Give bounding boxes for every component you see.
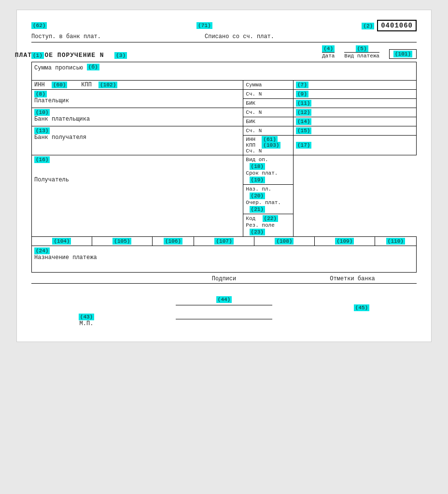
- bik-label-2: БИК: [243, 117, 294, 126]
- vid-platezha-label: Вид платежа: [344, 52, 379, 59]
- field-2-group: (2) 0401060: [362, 20, 417, 31]
- field-16-cell: (16) Получатель: [32, 155, 243, 237]
- field-103-value: (103): [262, 142, 280, 149]
- field-71: (71): [196, 22, 212, 29]
- field-11-cell: (11): [293, 99, 416, 108]
- field-106-cell: (106): [153, 237, 194, 246]
- field-20-value: (20): [250, 192, 265, 199]
- sch-n-label-1: Сч. N: [243, 90, 294, 99]
- field-10-cell: (10) Банк плательщика: [32, 108, 243, 126]
- field-2-value: (2): [362, 23, 374, 29]
- srok-plat-label: Срок плат.: [246, 170, 278, 176]
- ocher-plat-label: Очер. плат.: [246, 200, 281, 206]
- otmetki-label: Отметки банка: [288, 275, 417, 282]
- form-number: 0401060: [377, 20, 417, 31]
- field-9-value: (9): [296, 91, 308, 97]
- kod-rez-cell: Код (22) Рез. поле (23): [243, 214, 294, 237]
- top-numbers-section: (62) (71) (2) 0401060: [31, 20, 417, 31]
- field-101-group: (101): [389, 49, 417, 59]
- field-18-value: (18): [250, 163, 265, 170]
- summa-propisu-label: Сумма прописью: [34, 64, 83, 72]
- field-17-cell: (17): [293, 136, 416, 155]
- sch-n-label-4: ИНН (61) КПП (103) Сч. N: [243, 136, 294, 155]
- mp-area: (43) М.П.: [31, 288, 141, 327]
- field-6-value: (б): [87, 64, 99, 70]
- data-label: Дата: [322, 52, 335, 59]
- field-71-value: (71): [196, 22, 212, 29]
- mp-label: М.П.: [80, 320, 94, 327]
- sch-n-label-3: Сч. N: [243, 126, 294, 136]
- postup-label: Поступ. в банк плат.: [31, 33, 101, 40]
- field-109-cell: (109): [315, 237, 375, 246]
- field-24-value: (24): [34, 247, 50, 254]
- field-14-cell: (14): [293, 117, 416, 126]
- field-17-value: (17): [296, 142, 311, 149]
- field-44-value: (44): [216, 296, 232, 303]
- field-44-group: (44): [176, 296, 272, 305]
- field-104-cell: (104): [32, 237, 92, 246]
- vid-op-label: Вид оп.: [246, 157, 268, 163]
- summa-propisu-row: Сумма прописью (б): [31, 62, 417, 80]
- sch-n-label-2: Сч. N: [243, 108, 294, 117]
- field-105-value: (105): [112, 238, 131, 245]
- field-3-value: (3): [114, 52, 127, 59]
- field-104-value: (104): [52, 238, 71, 245]
- kpp-label: КПП: [81, 82, 92, 88]
- form-table: ИНН (60) КПП (102) Сумма (7) (8) Платель…: [31, 80, 417, 246]
- field-14-value: (14): [296, 118, 311, 125]
- title-row: (1) ПЛАТЕЖНОЕ ПОРУЧЕНИЕ N (3) (4) Дата (…: [31, 45, 417, 59]
- field-13-value: (13): [34, 127, 50, 134]
- row-8-sch9: (8) Плательщик Сч. N (9): [32, 90, 417, 99]
- bottom-fields-row: (104) (105) (106) (107) (108): [32, 237, 416, 246]
- field-108-cell: (108): [254, 237, 315, 246]
- field-23-value: (23): [250, 229, 265, 235]
- field-108-value: (108): [275, 238, 294, 245]
- rez-pole-label: Рез. поле: [246, 222, 274, 228]
- naznachenie-label: Назначение платежа: [34, 254, 97, 261]
- field-107-value: (107): [214, 238, 233, 245]
- row-bottom-fields: (104) (105) (106) (107) (108): [32, 237, 417, 246]
- naz-pl-label: Наз. пл.: [246, 186, 271, 192]
- title-left: (1): [31, 52, 44, 59]
- platelshik-label: Плательщик: [34, 97, 69, 104]
- field-15-value: (15): [296, 127, 311, 134]
- field-110-cell: (110): [375, 237, 416, 246]
- field-7-cell: (7): [293, 81, 416, 90]
- field-1-value: (1): [31, 52, 44, 59]
- field-5-value: (5): [356, 45, 368, 52]
- row-16-ops: (16) Получатель Вид оп. (18) Срок плат. …: [32, 155, 417, 185]
- inn-kpp-cell: ИНН (60) КПП (102): [32, 81, 243, 90]
- field-8-value: (8): [34, 91, 47, 97]
- field-12-value: (12): [296, 109, 311, 116]
- field-43-value: (43): [79, 314, 94, 320]
- field-8-cell: (8) Плательщик: [32, 90, 243, 108]
- summa-label-cell: Сумма: [243, 81, 294, 90]
- platezhnoe-label: ПЛАТЕЖНОЕ ПОРУЧЕНИЕ N: [15, 52, 104, 59]
- field-60-value: (60): [52, 82, 67, 88]
- field-13-cell: (13) Банк получателя: [32, 126, 243, 155]
- otmetki-area: (45): [307, 288, 417, 327]
- row-inn-summa: ИНН (60) КПП (102) Сумма (7): [32, 81, 417, 90]
- poluchatel-label: Получатель: [34, 177, 69, 183]
- vid-op-row: Вид оп. (18) Срок плат. (19): [243, 155, 294, 185]
- field-102-value: (102): [98, 82, 117, 88]
- sch-n-label-5: Сч. N: [246, 148, 262, 154]
- field-15-cell: (15): [293, 126, 416, 136]
- data-group: (4) Дата: [322, 45, 335, 59]
- field-105-cell: (105): [92, 237, 153, 246]
- inn-label: ИНН: [34, 82, 45, 88]
- field-16-value: (16): [34, 156, 50, 163]
- inn-label-2: ИНН: [246, 137, 255, 142]
- field-109-value: (109): [335, 238, 354, 245]
- field-106-value: (106): [164, 238, 182, 245]
- naz-ocher-cell: Наз. пл. (20) Очер. плат. (21): [243, 185, 294, 214]
- kpp-label-2: КПП: [246, 142, 255, 148]
- field-21-value: (21): [250, 206, 265, 213]
- field-107-cell: (107): [194, 237, 254, 246]
- row-10-sch12: (10) Банк плательщика Сч. N (12): [32, 108, 417, 117]
- field-9-cell: (9): [293, 90, 416, 99]
- naznachenie-section: (24) Назначение платежа: [31, 246, 417, 273]
- second-sig-line: [176, 319, 272, 319]
- spisano-label: Списано со сч. плат.: [205, 33, 274, 40]
- field-12-cell: (12): [293, 108, 416, 117]
